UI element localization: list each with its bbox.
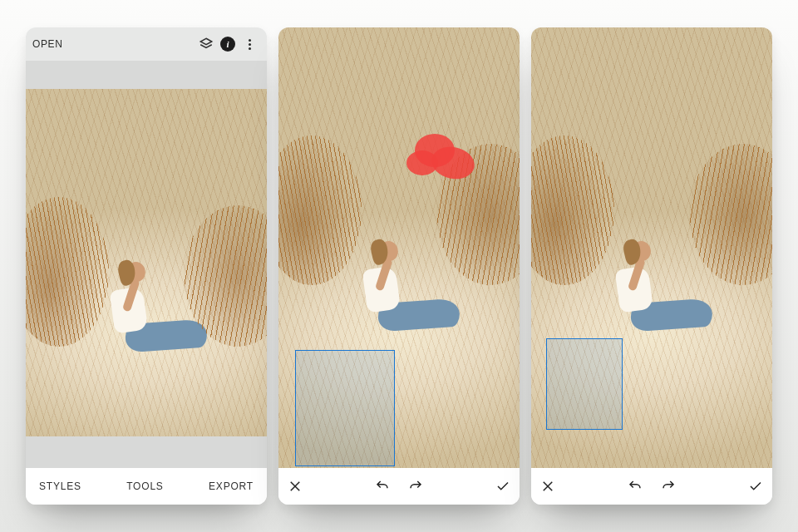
preview-magnifier[interactable] bbox=[546, 338, 623, 430]
image-canvas[interactable] bbox=[26, 61, 267, 468]
tab-tools[interactable]: TOOLS bbox=[126, 480, 163, 492]
layers-icon[interactable] bbox=[195, 33, 217, 55]
action-bar bbox=[531, 468, 772, 505]
more-icon[interactable] bbox=[239, 33, 260, 55]
apply-button[interactable] bbox=[739, 468, 772, 505]
photo-subject bbox=[332, 221, 448, 354]
stage: OPEN i bbox=[0, 0, 798, 532]
healing-brush-mark bbox=[408, 127, 478, 184]
phone-screen-main: OPEN i bbox=[26, 27, 267, 505]
tab-styles[interactable]: STYLES bbox=[39, 480, 81, 492]
undo-button[interactable] bbox=[618, 468, 652, 505]
open-button[interactable]: OPEN bbox=[32, 38, 62, 50]
tab-export[interactable]: EXPORT bbox=[209, 480, 254, 492]
image-canvas[interactable] bbox=[531, 27, 772, 468]
redo-button[interactable] bbox=[399, 468, 432, 505]
preview-magnifier[interactable] bbox=[295, 350, 395, 466]
photo-subject bbox=[79, 242, 195, 375]
info-icon[interactable]: i bbox=[217, 33, 239, 55]
image-canvas[interactable] bbox=[278, 27, 520, 468]
undo-button[interactable] bbox=[366, 468, 399, 505]
photo-subject bbox=[584, 221, 701, 354]
phone-screen-result bbox=[531, 27, 772, 505]
photo bbox=[26, 89, 267, 436]
cancel-button[interactable] bbox=[531, 468, 564, 505]
bottom-tabbar: STYLES TOOLS EXPORT bbox=[26, 468, 267, 505]
apply-button[interactable] bbox=[486, 468, 520, 505]
action-bar bbox=[278, 468, 520, 505]
cancel-button[interactable] bbox=[278, 468, 312, 505]
header: OPEN i bbox=[26, 27, 267, 61]
phone-screen-healing bbox=[278, 27, 520, 505]
redo-button[interactable] bbox=[652, 468, 685, 505]
